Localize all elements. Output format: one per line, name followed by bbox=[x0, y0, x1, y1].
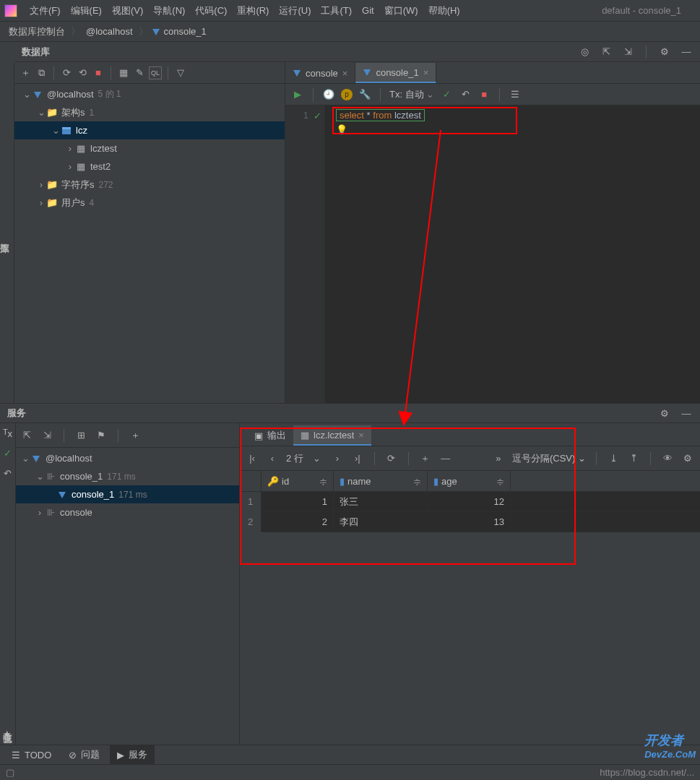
wrench-icon[interactable]: 🔧 bbox=[358, 88, 371, 101]
view-icon[interactable]: 👁 bbox=[661, 452, 674, 465]
services-tree[interactable]: ⌄ @localhost ⌄ ⊪ console_1171 ms console… bbox=[16, 448, 239, 521]
output-tab[interactable]: ▣输出 bbox=[247, 425, 293, 446]
svc-console1-run[interactable]: console_1171 ms bbox=[16, 485, 239, 503]
menu-edit[interactable]: 编辑(E) bbox=[66, 4, 107, 17]
menu-view[interactable]: 视图(V) bbox=[107, 4, 148, 17]
menu-nav[interactable]: 导航(N) bbox=[148, 4, 190, 17]
table-icon[interactable]: ▦ bbox=[117, 66, 130, 79]
csv-format[interactable]: 逗号分隔(CSV) ⌄ bbox=[512, 452, 586, 465]
menu-file[interactable]: 文件(F) bbox=[25, 4, 66, 17]
more-icon[interactable]: » bbox=[492, 452, 505, 465]
close-icon[interactable]: × bbox=[423, 67, 429, 78]
first-page-icon[interactable]: |‹ bbox=[246, 452, 259, 465]
bottom-problems[interactable]: ⊘问题 bbox=[61, 745, 107, 765]
rollback-icon[interactable]: ↶ bbox=[459, 88, 472, 101]
svc-console1-group[interactable]: ⌄ ⊪ console_1171 ms bbox=[16, 467, 239, 485]
last-page-icon[interactable]: ›| bbox=[351, 452, 364, 465]
close-icon[interactable]: × bbox=[342, 68, 348, 79]
tree-table-lcztest[interactable]: › ▦ lcztest bbox=[14, 139, 285, 157]
rows-dropdown-icon[interactable]: ⌄ bbox=[311, 452, 324, 465]
result-table-tab[interactable]: ▦lcz.lcztest × bbox=[293, 425, 371, 446]
add-icon[interactable]: ＋ bbox=[129, 429, 142, 442]
table-icon: ▦ bbox=[301, 430, 309, 441]
run-icon[interactable]: ▶ bbox=[291, 88, 304, 101]
menu-run[interactable]: 运行(U) bbox=[274, 4, 316, 17]
result-toolbar: |‹ ‹ 2 行 ⌄ › ›| ⟳ ＋ — » 逗号分隔(CSV) ⌄ ⤓ ⤒ … bbox=[240, 446, 700, 471]
col-name[interactable]: ▮name≑ bbox=[334, 471, 428, 491]
table-row[interactable]: 2 2 李四 13 bbox=[240, 512, 700, 532]
left-stripe[interactable]: 数据库 bbox=[0, 62, 14, 403]
menu-git[interactable]: Git bbox=[357, 5, 379, 16]
col-id[interactable]: 🔑id≑ bbox=[262, 471, 334, 491]
menu-help[interactable]: 帮助(H) bbox=[423, 4, 465, 17]
add-row-icon[interactable]: ＋ bbox=[419, 452, 432, 465]
menu-code[interactable]: 代码(C) bbox=[190, 4, 232, 17]
export-icon[interactable]: ⤓ bbox=[607, 452, 620, 465]
commit-icon[interactable]: ✓ bbox=[440, 88, 453, 101]
settings-icon[interactable]: ⚙ bbox=[658, 407, 671, 420]
collapse-all-icon[interactable]: ⇲ bbox=[40, 429, 53, 442]
next-page-icon[interactable]: › bbox=[331, 452, 344, 465]
tree-table-test2[interactable]: › ▦ test2 bbox=[14, 157, 285, 176]
tab-console[interactable]: console× bbox=[285, 63, 355, 83]
settings-icon[interactable]: ⚙ bbox=[681, 452, 694, 465]
svc-console[interactable]: › ⊪ console bbox=[16, 503, 239, 521]
rollback-icon[interactable]: ↶ bbox=[1, 467, 14, 480]
tab-console-1[interactable]: console_1× bbox=[355, 63, 436, 83]
filter-icon[interactable]: ⚑ bbox=[95, 429, 108, 442]
tree-schemas[interactable]: ⌄ 📁 架构s1 bbox=[14, 103, 285, 121]
bottom-todo[interactable]: ☰TODO bbox=[4, 745, 59, 765]
result-panel: ▣输出 ▦lcz.lcztest × |‹ ‹ 2 行 ⌄ › ›| ⟳ ＋ —… bbox=[240, 423, 700, 752]
tree-users[interactable]: › 📁 用户s4 bbox=[14, 194, 285, 212]
breadcrumb-root[interactable]: 数据库控制台 bbox=[6, 25, 68, 38]
explain-icon[interactable]: p bbox=[341, 89, 353, 100]
table-row[interactable]: 1 1 张三 12 bbox=[240, 492, 700, 512]
commit-icon[interactable]: ✓ bbox=[1, 446, 14, 459]
database-tree[interactable]: ⌄ @localhost5 的 1 ⌄ 📁 架构s1 ⌄ lcz › ▦ lcz… bbox=[14, 84, 285, 403]
hide-icon[interactable]: — bbox=[680, 407, 693, 420]
menu-refactor[interactable]: 重构(R) bbox=[232, 4, 274, 17]
settings-icon[interactable]: ⚙ bbox=[658, 46, 671, 58]
menu-tools[interactable]: 工具(T) bbox=[316, 4, 357, 17]
layout-icon[interactable]: ☰ bbox=[509, 88, 522, 101]
edit-icon[interactable]: ✎ bbox=[133, 66, 146, 79]
close-icon[interactable]: × bbox=[358, 430, 364, 441]
stop-icon[interactable]: ■ bbox=[92, 66, 105, 79]
sync-icon[interactable]: ⟲ bbox=[76, 66, 89, 79]
svc-datasource[interactable]: ⌄ @localhost bbox=[16, 449, 239, 467]
tx-icon[interactable]: Tx bbox=[3, 428, 12, 439]
hide-icon[interactable]: — bbox=[680, 46, 693, 58]
tree-schema-lcz[interactable]: ⌄ lcz bbox=[14, 121, 285, 139]
filter-icon[interactable]: ▽ bbox=[174, 66, 187, 79]
group-icon[interactable]: ⊞ bbox=[74, 429, 87, 442]
prev-page-icon[interactable]: ‹ bbox=[266, 452, 279, 465]
result-table[interactable]: 🔑id≑ ▮name≑ ▮age≑ 1 1 张三 12 2 2 李四 13 bbox=[240, 471, 700, 532]
console-icon bbox=[151, 27, 161, 37]
tx-mode[interactable]: Tx: 自动 ⌄ bbox=[389, 88, 434, 101]
bottom-services[interactable]: ▶服务 bbox=[110, 745, 155, 765]
services-title: 服务 bbox=[7, 407, 26, 420]
remove-row-icon[interactable]: — bbox=[439, 452, 452, 465]
tree-datasource[interactable]: ⌄ @localhost5 的 1 bbox=[14, 85, 285, 103]
favorites-stripe[interactable]: 收藏夹 ★ bbox=[0, 722, 14, 744]
bulb-icon[interactable]: 💡 bbox=[336, 124, 347, 135]
cancel-icon[interactable]: ■ bbox=[478, 88, 491, 101]
add-icon[interactable]: ＋ bbox=[19, 66, 32, 79]
expand-icon[interactable]: ⇱ bbox=[600, 46, 613, 58]
col-age[interactable]: ▮age≑ bbox=[428, 471, 511, 491]
menu-window[interactable]: 窗口(W) bbox=[379, 4, 423, 17]
refresh-icon[interactable]: ⟳ bbox=[385, 452, 398, 465]
copy-icon[interactable]: ⧉ bbox=[35, 66, 48, 79]
breadcrumb-console[interactable]: console_1 bbox=[161, 26, 209, 37]
ql-icon[interactable]: QL bbox=[149, 66, 162, 79]
breadcrumb-host[interactable]: @localhost bbox=[83, 26, 136, 37]
history-icon[interactable]: 🕘 bbox=[322, 88, 335, 101]
status-icon[interactable]: ▢ bbox=[6, 767, 14, 778]
expand-all-icon[interactable]: ⇱ bbox=[20, 429, 33, 442]
refresh-icon[interactable]: ⟳ bbox=[60, 66, 73, 79]
target-icon[interactable]: ◎ bbox=[578, 46, 591, 58]
collapse-icon[interactable]: ⇲ bbox=[621, 46, 634, 58]
code-editor[interactable]: 1✓ select * from lcztest 💡 bbox=[285, 105, 700, 403]
tree-collations[interactable]: › 📁 字符序s272 bbox=[14, 176, 285, 194]
import-icon[interactable]: ⤒ bbox=[627, 452, 640, 465]
